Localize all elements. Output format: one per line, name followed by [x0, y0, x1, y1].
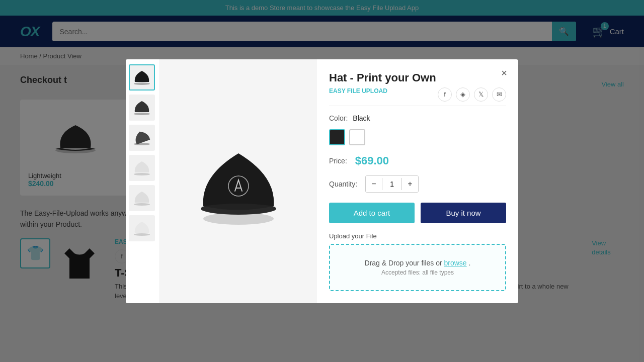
modal-title: Hat - Print your Own	[329, 71, 506, 84]
svg-point-6	[134, 233, 150, 236]
buy-now-button[interactable]: Buy it now	[421, 203, 506, 223]
color-selector-row: Color: Black	[329, 114, 506, 122]
price-value: $69.00	[355, 154, 389, 167]
main-hat-svg	[188, 131, 289, 231]
svg-point-4	[134, 173, 150, 175]
email-icon-symbol: ✉	[497, 90, 502, 98]
modal-thumb-3[interactable]	[129, 125, 155, 151]
svg-point-1	[134, 82, 150, 85]
modal-easy-file-label: EASY FILE UPLOAD	[329, 87, 387, 95]
price-label: Price:	[329, 157, 347, 165]
modal-main-image	[160, 59, 317, 303]
color-swatch-white[interactable]	[349, 129, 365, 145]
product-modal: × Hat - Print your Own EASY FILE UPLOAD …	[126, 59, 518, 303]
thumb-hat-2	[132, 98, 152, 118]
svg-point-2	[134, 113, 150, 115]
modal-close-button[interactable]: ×	[497, 66, 511, 80]
thumb-hat-5	[132, 188, 152, 208]
color-swatch-black[interactable]	[329, 129, 345, 145]
price-row: Price: $69.00	[329, 154, 506, 167]
quantity-input[interactable]	[382, 178, 402, 190]
modal-thumb-2[interactable]	[129, 95, 155, 121]
modal-right: × Hat - Print your Own EASY FILE UPLOAD …	[317, 59, 518, 303]
modal-thumb-1[interactable]	[129, 64, 155, 90]
color-swatches	[329, 129, 506, 145]
upload-dropzone[interactable]: Drag & Drop your files or browse . Accep…	[329, 244, 506, 291]
modal-social-icons: f ◈ 𝕏 ✉	[438, 87, 506, 102]
twitter-icon-symbol: 𝕏	[478, 90, 484, 98]
color-label: Color:	[329, 114, 348, 122]
modal-thumb-4[interactable]	[129, 155, 155, 181]
upload-accepted-text: Accepted files: all file types	[340, 269, 495, 276]
facebook-icon-symbol: f	[444, 90, 446, 98]
upload-period: .	[469, 259, 471, 267]
modal-left	[126, 59, 317, 303]
action-buttons: Add to cart Buy it now	[329, 203, 506, 223]
modal-pinterest-icon[interactable]: ◈	[456, 87, 470, 102]
thumb-hat-6	[132, 218, 152, 238]
modal-thumbnails	[126, 59, 160, 303]
modal-twitter-icon[interactable]: 𝕏	[474, 87, 488, 102]
quantity-minus-button[interactable]: −	[366, 176, 382, 192]
modal-thumb-5[interactable]	[129, 185, 155, 211]
svg-point-5	[134, 203, 150, 206]
modal-email-icon[interactable]: ✉	[492, 87, 506, 102]
modal-thumb-6[interactable]	[129, 215, 155, 241]
upload-section: Upload your File Drag & Drop your files …	[329, 232, 506, 291]
upload-label: Upload your File	[329, 232, 506, 240]
upload-browse-link[interactable]: browse	[444, 259, 467, 267]
color-value: Black	[353, 114, 370, 122]
add-to-cart-button[interactable]: Add to cart	[329, 203, 415, 223]
modal-facebook-icon[interactable]: f	[438, 87, 452, 102]
modal-overlay: × Hat - Print your Own EASY FILE UPLOAD …	[0, 0, 644, 311]
upload-drag-text: Drag & Drop your files or	[365, 259, 442, 267]
quantity-controls: − +	[365, 175, 419, 193]
quantity-label: Quantity:	[329, 180, 357, 188]
pinterest-icon-symbol: ◈	[460, 90, 465, 98]
thumb-hat-3	[132, 128, 152, 148]
quantity-plus-button[interactable]: +	[402, 176, 418, 192]
quantity-row: Quantity: − +	[329, 175, 506, 193]
thumb-hat-1	[132, 67, 152, 87]
modal-subheader-row: EASY FILE UPLOAD f ◈ 𝕏 ✉	[329, 87, 506, 102]
thumb-hat-4	[132, 158, 152, 178]
